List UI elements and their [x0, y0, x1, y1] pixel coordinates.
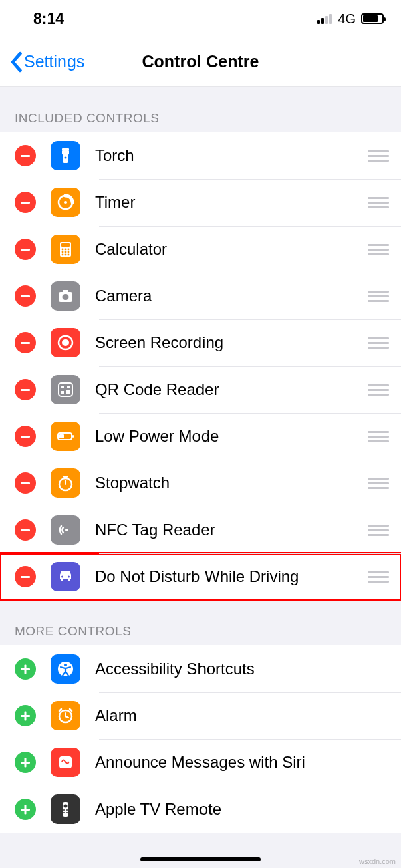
row-torch: Torch — [0, 132, 401, 179]
add-button-alarm[interactable] — [15, 705, 36, 726]
nav-bar: Settings Control Centre — [0, 37, 401, 87]
row-calculator: Calculator — [0, 226, 401, 273]
row-label: Screen Recording — [95, 333, 365, 352]
row-label: Stopwatch — [95, 474, 365, 492]
battery-icon — [51, 422, 80, 451]
row-label: Announce Messages with Siri — [95, 753, 392, 772]
add-button-announce-siri[interactable] — [15, 752, 36, 773]
remove-button-screen-recording[interactable] — [15, 332, 36, 353]
timer-icon — [51, 188, 80, 217]
qr-icon — [51, 375, 80, 404]
signal-icon — [317, 14, 332, 24]
drag-handle[interactable] — [365, 285, 392, 307]
drag-handle[interactable] — [365, 192, 392, 214]
status-time: 8:14 — [33, 10, 64, 28]
row-label: Do Not Disturb While Driving — [95, 567, 365, 586]
drag-handle[interactable] — [365, 426, 392, 448]
stopwatch-icon — [51, 468, 80, 498]
row-label: Camera — [95, 287, 365, 305]
row-label: Low Power Mode — [95, 427, 365, 446]
tvremote-icon — [51, 794, 80, 824]
drag-handle[interactable] — [365, 239, 392, 261]
drag-handle[interactable] — [365, 519, 392, 541]
row-accessibility: Accessibility Shortcuts — [0, 645, 401, 692]
drag-handle[interactable] — [365, 472, 392, 494]
alarm-icon — [51, 701, 80, 730]
status-bar: 8:14 4G — [0, 0, 401, 37]
row-label: Calculator — [95, 240, 365, 259]
remove-button-dnd-driving[interactable] — [15, 566, 36, 587]
drag-handle[interactable] — [365, 332, 392, 354]
remove-button-nfc[interactable] — [15, 519, 36, 541]
row-dnd-driving: Do Not Disturb While Driving — [0, 553, 401, 600]
section-header-more: MORE CONTROLS — [0, 600, 401, 645]
row-label: NFC Tag Reader — [95, 521, 365, 539]
status-right: 4G — [317, 11, 384, 27]
remove-button-timer[interactable] — [15, 192, 36, 213]
siri-icon — [51, 748, 80, 777]
row-label: QR Code Reader — [95, 380, 365, 399]
drag-handle[interactable] — [365, 379, 392, 401]
calculator-icon — [51, 235, 80, 264]
battery-icon — [361, 13, 384, 24]
remove-button-calculator[interactable] — [15, 239, 36, 260]
chevron-left-icon — [9, 51, 23, 73]
remove-button-stopwatch[interactable] — [15, 472, 36, 494]
car-icon — [51, 562, 80, 591]
row-label: Alarm — [95, 706, 392, 725]
remove-button-torch[interactable] — [15, 145, 36, 166]
row-alarm: Alarm — [0, 692, 401, 739]
remove-button-low-power[interactable] — [15, 426, 36, 447]
row-apple-tv: Apple TV Remote — [0, 786, 401, 833]
row-screen-recording: Screen Recording — [0, 319, 401, 366]
flashlight-icon — [51, 141, 80, 170]
record-icon — [51, 328, 80, 357]
remove-button-qr[interactable] — [15, 379, 36, 400]
row-label: Apple TV Remote — [95, 800, 392, 819]
nfc-icon — [51, 515, 80, 545]
row-nfc: NFC Tag Reader — [0, 507, 401, 553]
drag-handle[interactable] — [365, 566, 392, 588]
row-label: Torch — [95, 146, 365, 165]
camera-icon — [51, 281, 80, 311]
row-camera: Camera — [0, 273, 401, 319]
row-timer: Timer — [0, 179, 401, 226]
row-label: Accessibility Shortcuts — [95, 660, 392, 678]
add-button-accessibility[interactable] — [15, 658, 36, 680]
accessibility-icon — [51, 654, 80, 684]
included-controls-list: TorchTimerCalculatorCameraScreen Recordi… — [0, 132, 401, 600]
row-low-power: Low Power Mode — [0, 413, 401, 460]
row-qr: QR Code Reader — [0, 366, 401, 413]
row-announce-siri: Announce Messages with Siri — [0, 739, 401, 786]
home-indicator — [140, 857, 261, 861]
drag-handle[interactable] — [365, 145, 392, 167]
row-label: Timer — [95, 193, 365, 212]
network-label: 4G — [338, 11, 356, 27]
section-header-included: INCLUDED CONTROLS — [0, 87, 401, 132]
row-stopwatch: Stopwatch — [0, 460, 401, 507]
back-label: Settings — [24, 52, 84, 71]
watermark: wsxdn.com — [359, 857, 396, 865]
add-button-apple-tv[interactable] — [15, 799, 36, 820]
remove-button-camera[interactable] — [15, 285, 36, 307]
back-button[interactable]: Settings — [0, 51, 84, 73]
more-controls-list: Accessibility ShortcutsAlarmAnnounce Mes… — [0, 645, 401, 833]
